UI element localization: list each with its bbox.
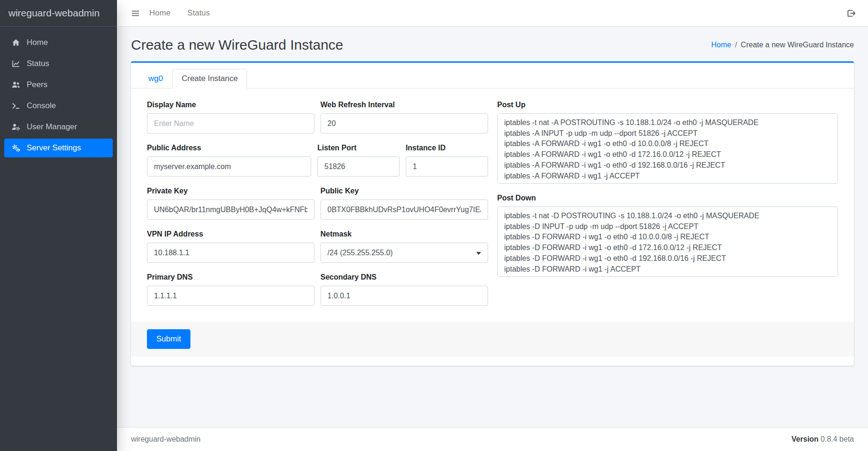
tab-wg0[interactable]: wg0 — [139, 69, 172, 89]
content: Create a new WireGuard Instance Home / C… — [117, 27, 868, 427]
post-down-label: Post Down — [497, 194, 839, 202]
sidebar-item-user-manager[interactable]: User Manager — [4, 118, 113, 136]
footer-version-label: Version — [792, 435, 819, 443]
netmask-label: Netmask — [321, 230, 488, 238]
sidebar-item-label: Status — [27, 59, 49, 68]
peers-icon — [9, 81, 22, 89]
sidebar-item-peers[interactable]: Peers — [4, 75, 113, 94]
field-post-down: Post Down iptables -t nat -D POSTROUTING… — [497, 194, 839, 277]
sidebar-item-server-settings[interactable]: Server Settings — [4, 139, 113, 157]
brand: wireguard-webadmin — [0, 0, 117, 27]
submit-button[interactable]: Submit — [147, 329, 190, 349]
breadcrumb: Home / Create a new WireGuard Instance — [711, 41, 854, 49]
field-netmask: Netmask /24 (255.255.255.0) — [321, 230, 488, 263]
sidebar-item-console[interactable]: Console — [4, 96, 113, 115]
sidebar-item-label: Console — [27, 101, 56, 111]
field-listen-port: Listen Port — [317, 144, 400, 177]
sidebar-item-label: User Manager — [27, 122, 77, 132]
private-key-label: Private Key — [147, 187, 314, 195]
console-icon — [9, 102, 22, 110]
field-instance-id: Instance ID — [406, 144, 488, 177]
field-private-key: Private Key — [147, 187, 314, 220]
topnav: Home Status — [117, 0, 868, 27]
form-row: Public Address Listen Port Instance ID — [147, 144, 488, 187]
logout-icon[interactable] — [845, 6, 857, 21]
field-vpn-ip-address: VPN IP Address — [147, 230, 314, 263]
tab-create-instance[interactable]: Create Instance — [172, 69, 247, 89]
footer-version: Version 0.8.4 beta — [792, 435, 854, 444]
breadcrumb-separator: / — [735, 41, 737, 49]
public-address-label: Public Address — [147, 144, 311, 152]
footer-version-value: 0.8.4 beta — [821, 435, 854, 443]
post-down-textarea[interactable]: iptables -t nat -D POSTROUTING -s 10.188… — [497, 207, 839, 277]
private-key-input[interactable] — [147, 200, 314, 220]
secondary-dns-label: Secondary DNS — [321, 273, 488, 281]
post-up-label: Post Up — [497, 101, 839, 109]
footer: wireguard-webadmin Version 0.8.4 beta — [117, 427, 868, 451]
main-column: Home Status Create a new WireGuard Insta… — [117, 0, 868, 451]
status-icon — [9, 59, 22, 68]
display-name-input[interactable] — [147, 113, 314, 133]
post-up-textarea[interactable]: iptables -t nat -A POSTROUTING -s 10.188… — [497, 113, 839, 184]
form-row: VPN IP Address Netmask /24 (255.255.255.… — [147, 230, 488, 273]
instance-id-input[interactable] — [406, 156, 488, 177]
sidebar-item-status[interactable]: Status — [4, 54, 113, 73]
user-manager-icon — [9, 123, 22, 131]
form-row: Display Name Web Refresh Interval — [147, 101, 488, 144]
sidebar-item-label: Peers — [27, 80, 47, 89]
field-primary-dns: Primary DNS — [147, 273, 314, 306]
instance-id-label: Instance ID — [406, 144, 488, 152]
breadcrumb-current: Create a new WireGuard Instance — [741, 41, 854, 49]
vpn-ip-address-label: VPN IP Address — [147, 230, 314, 238]
primary-dns-input[interactable] — [147, 286, 314, 306]
vpn-ip-address-input[interactable] — [147, 243, 314, 263]
sidebar-item-label: Home — [27, 38, 48, 47]
primary-dns-label: Primary DNS — [147, 273, 314, 281]
form-row: Primary DNS Secondary DNS — [147, 273, 488, 316]
create-instance-form: Display Name Web Refresh Interval — [147, 101, 838, 316]
listen-port-label: Listen Port — [317, 144, 400, 152]
form-row: Private Key Public Key — [147, 187, 488, 230]
page-title: Create a new WireGuard Instance — [131, 37, 343, 53]
form-right-column: Post Up iptables -t nat -A POSTROUTING -… — [497, 101, 839, 316]
submit-strip: Submit — [131, 322, 854, 356]
field-web-refresh-interval: Web Refresh Interval — [321, 101, 488, 133]
field-post-up: Post Up iptables -t nat -A POSTROUTING -… — [497, 101, 839, 184]
topnav-link-home[interactable]: Home — [149, 5, 170, 22]
display-name-label: Display Name — [147, 101, 314, 109]
field-display-name: Display Name — [147, 101, 314, 133]
home-icon — [9, 38, 22, 47]
card-body: Display Name Web Refresh Interval — [131, 89, 854, 366]
create-instance-card: wg0 Create Instance Display Name — [131, 61, 854, 366]
public-key-label: Public Key — [321, 187, 488, 195]
instance-tabs: wg0 Create Instance — [131, 63, 854, 89]
topnav-link-status[interactable]: Status — [187, 5, 210, 22]
sidebar-nav: Home Status Peers Console — [0, 27, 117, 164]
public-address-input[interactable] — [147, 156, 311, 177]
field-public-address: Public Address — [147, 144, 311, 177]
breadcrumb-home-link[interactable]: Home — [711, 41, 731, 49]
content-header: Create a new WireGuard Instance Home / C… — [117, 27, 868, 61]
netmask-select-wrap: /24 (255.255.255.0) — [321, 243, 488, 263]
sidebar: wireguard-webadmin Home Status Peers — [0, 0, 117, 451]
form-left-column: Display Name Web Refresh Interval — [147, 101, 488, 316]
secondary-dns-input[interactable] — [321, 286, 488, 306]
public-key-input[interactable] — [321, 200, 488, 220]
menu-toggle-icon[interactable] — [128, 6, 143, 21]
sidebar-item-label: Server Settings — [27, 143, 81, 153]
listen-port-input[interactable] — [317, 156, 400, 177]
web-refresh-interval-label: Web Refresh Interval — [321, 101, 488, 109]
footer-app-name: wireguard-webadmin — [131, 435, 201, 444]
field-secondary-dns: Secondary DNS — [321, 273, 488, 306]
app: wireguard-webadmin Home Status Peers — [0, 0, 868, 451]
netmask-select[interactable]: /24 (255.255.255.0) — [321, 243, 488, 263]
sidebar-item-home[interactable]: Home — [4, 33, 113, 52]
web-refresh-interval-input[interactable] — [321, 113, 488, 133]
field-public-key: Public Key — [321, 187, 488, 220]
server-settings-icon — [9, 144, 22, 152]
